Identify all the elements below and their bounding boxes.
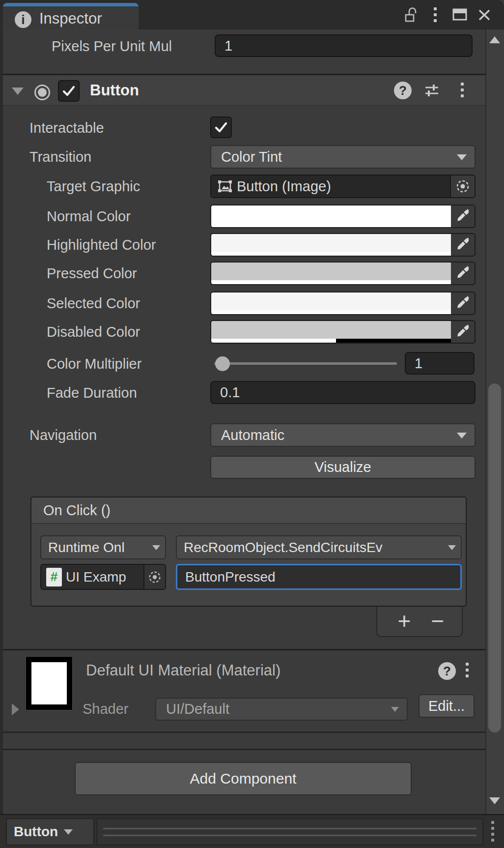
event-target-value: UI Examp	[66, 569, 143, 585]
script-icon: #	[46, 568, 62, 586]
window-left-edge	[0, 0, 3, 848]
shader-dropdown[interactable]: UI/Default	[155, 698, 408, 721]
on-click-title: On Click ()	[43, 502, 111, 519]
chevron-down-icon	[448, 545, 456, 550]
transition-label: Transition	[29, 145, 91, 169]
button-component-icon	[33, 84, 51, 103]
bottom-bar-menu-icon[interactable]	[491, 821, 494, 842]
on-click-event-box: On Click () Runtime Onl RecRoomObject.Se…	[30, 497, 467, 607]
navigation-dropdown[interactable]: Automatic	[210, 423, 476, 447]
eyedropper-icon[interactable]	[451, 263, 475, 284]
target-graphic-label: Target Graphic	[47, 175, 140, 198]
target-graphic-field[interactable]: Button (Image)	[210, 175, 476, 198]
divider	[3, 749, 485, 750]
event-argument-input[interactable]	[176, 564, 462, 590]
event-function-value: RecRoomObject.SendCircuitsEv	[184, 540, 383, 556]
shader-label: Shader	[83, 697, 129, 721]
window-menu-icon[interactable]	[426, 6, 444, 24]
transition-value: Color Tint	[221, 149, 282, 165]
help-icon[interactable]: ?	[394, 82, 412, 99]
highlighted-color-label: Highlighted Color	[47, 233, 156, 257]
scroll-up-arrow[interactable]	[489, 36, 500, 43]
fade-duration-label: Fade Duration	[47, 381, 137, 405]
interactable-checkbox[interactable]	[210, 117, 232, 138]
chevron-down-icon	[391, 707, 399, 712]
eyedropper-icon[interactable]	[451, 234, 475, 256]
chevron-down-icon	[64, 829, 73, 835]
pressed-color-swatch[interactable]	[210, 262, 476, 285]
material-title: Default UI Material (Material)	[86, 659, 280, 682]
target-graphic-value: Button (Image)	[237, 178, 450, 195]
pixels-per-unit-field[interactable]	[215, 34, 473, 57]
navigation-value: Automatic	[221, 427, 284, 443]
color-multiplier-slider-track[interactable]	[214, 362, 397, 365]
event-list-footer: + −	[376, 607, 463, 637]
normal-color-swatch[interactable]	[210, 205, 476, 228]
eyedropper-icon[interactable]	[451, 321, 475, 343]
selected-color-label: Selected Color	[47, 292, 140, 315]
component-menu-icon[interactable]	[461, 83, 464, 97]
shader-value: UI/Default	[166, 701, 229, 717]
tab-title: Inspector	[39, 8, 102, 29]
navigation-label: Navigation	[29, 423, 97, 447]
divider	[3, 731, 485, 733]
unlock-icon[interactable]	[403, 6, 420, 24]
eyedropper-icon[interactable]	[451, 292, 475, 314]
chevron-down-icon	[152, 545, 160, 550]
preview-object-value: Button	[14, 824, 58, 840]
color-multiplier-label: Color Multiplier	[47, 352, 141, 376]
material-menu-icon[interactable]	[466, 663, 469, 677]
scrollbar-thumb[interactable]	[488, 383, 501, 732]
add-component-button[interactable]: Add Component	[75, 762, 412, 795]
edit-material-button[interactable]: Edit...	[419, 694, 475, 718]
chevron-down-icon	[457, 154, 467, 160]
interactable-label: Interactable	[29, 116, 104, 140]
event-target-field[interactable]: # UI Examp	[40, 564, 166, 590]
preview-object-dropdown[interactable]: Button	[6, 818, 94, 846]
normal-color-label: Normal Color	[47, 205, 131, 228]
tab-strip: i Inspector	[0, 0, 504, 29]
button-enabled-checkbox[interactable]	[58, 80, 80, 102]
material-preview-thumbnail[interactable]	[26, 656, 73, 710]
disabled-color-swatch[interactable]	[210, 320, 476, 344]
selected-color-swatch[interactable]	[210, 292, 476, 315]
preview-resize-grip[interactable]	[96, 818, 483, 846]
visualize-button[interactable]: Visualize	[210, 456, 476, 479]
foldout-collapsed-icon[interactable]	[12, 703, 19, 715]
foldout-expanded-icon[interactable]	[12, 88, 24, 95]
color-multiplier-field[interactable]	[405, 352, 475, 375]
tab-inspector[interactable]: i Inspector	[3, 3, 139, 29]
eyedropper-icon[interactable]	[451, 205, 475, 227]
event-mode-value: Runtime Onl	[48, 540, 125, 556]
help-icon[interactable]: ?	[438, 662, 456, 680]
close-icon[interactable]	[476, 6, 493, 24]
image-icon	[217, 178, 233, 194]
event-mode-dropdown[interactable]: Runtime Onl	[40, 535, 166, 559]
object-picker-icon[interactable]	[450, 175, 475, 197]
remove-event-button[interactable]: −	[420, 607, 455, 635]
bottom-bar: Button	[0, 814, 504, 848]
add-event-button[interactable]: +	[387, 607, 421, 635]
object-picker-icon[interactable]	[143, 565, 165, 589]
color-multiplier-slider-handle[interactable]	[215, 356, 230, 371]
pressed-color-label: Pressed Color	[47, 262, 137, 285]
on-click-header[interactable]: On Click ()	[31, 497, 466, 524]
highlighted-color-swatch[interactable]	[210, 233, 476, 257]
chevron-down-icon	[457, 433, 467, 439]
event-function-dropdown[interactable]: RecRoomObject.SendCircuitsEv	[176, 535, 462, 559]
maximize-icon[interactable]	[451, 6, 469, 24]
button-component-title: Button	[90, 79, 139, 102]
pixels-per-unit-label: Pixels Per Unit Mul	[52, 34, 172, 58]
inspector-window: i Inspector Pixels Per Unit Mul Button ?…	[0, 0, 504, 848]
active-tab-accent	[3, 3, 139, 6]
divider	[3, 649, 485, 650]
info-icon: i	[15, 11, 31, 28]
presets-icon[interactable]	[423, 83, 440, 100]
transition-dropdown[interactable]: Color Tint	[210, 145, 476, 169]
scroll-down-arrow[interactable]	[489, 797, 500, 804]
fade-duration-field[interactable]	[210, 381, 476, 404]
disabled-color-label: Disabled Color	[47, 320, 140, 344]
